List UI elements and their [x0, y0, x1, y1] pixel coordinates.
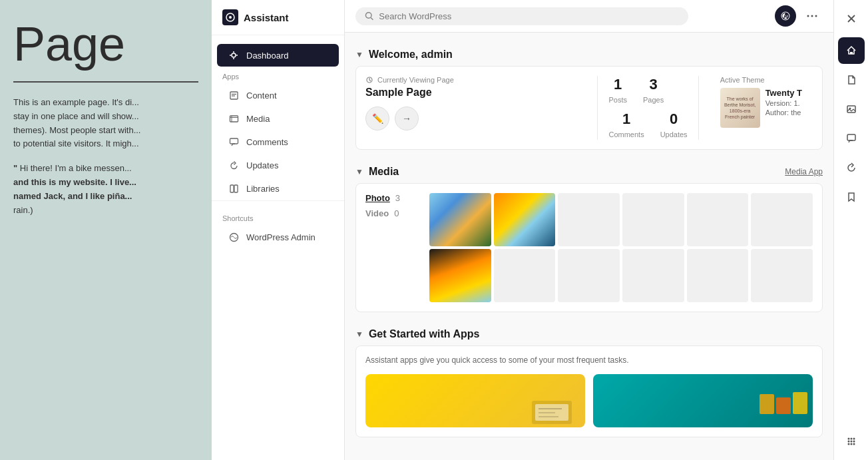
- media-cell-10[interactable]: [622, 249, 684, 302]
- svg-rect-26: [793, 392, 807, 414]
- media-cell-3[interactable]: [558, 193, 620, 246]
- media-types: Photo 3 Video 0: [365, 193, 419, 302]
- svg-rect-32: [847, 134, 855, 140]
- sidebar-item-content[interactable]: Content: [217, 84, 339, 107]
- viewing-icon: [365, 76, 373, 84]
- apps-section-label: Apps: [212, 67, 344, 83]
- shortcuts-label: Shortcuts: [212, 209, 344, 225]
- app-illustration-1: [525, 394, 578, 427]
- close-button[interactable]: [838, 5, 865, 32]
- wp-admin-label: WordPress Admin: [246, 232, 316, 242]
- libraries-label: Libraries: [246, 184, 280, 194]
- app-card-2[interactable]: [593, 374, 813, 427]
- more-button[interactable]: [801, 5, 823, 27]
- image-icon: [846, 104, 857, 115]
- right-sidebar: [833, 0, 868, 460]
- media-cell-5[interactable]: [687, 193, 749, 246]
- assistant-logo: [222, 9, 238, 25]
- bookmark-nav-button[interactable]: [838, 184, 865, 210]
- svg-rect-10: [234, 185, 238, 192]
- apps-description: Assistant apps give you quick access to …: [365, 355, 813, 365]
- edit-button[interactable]: ✏️: [365, 107, 389, 130]
- media-chevron-icon: ▼: [355, 167, 363, 176]
- viewing-label: Currently Viewing Page: [377, 76, 454, 84]
- svg-point-40: [850, 443, 852, 445]
- view-button[interactable]: →: [395, 107, 419, 130]
- sidebar-item-media[interactable]: Media: [217, 107, 339, 130]
- refresh-nav-button[interactable]: [838, 154, 865, 181]
- app-card-1[interactable]: [365, 374, 585, 427]
- svg-point-1: [229, 16, 232, 19]
- welcome-viewing: Currently Viewing Page: [365, 76, 586, 84]
- media-cell-9[interactable]: [558, 249, 620, 302]
- video-label[interactable]: Video: [365, 208, 389, 218]
- sidebar-item-dashboard[interactable]: Dashboard: [217, 44, 339, 67]
- svg-point-41: [853, 443, 855, 445]
- svg-point-34: [850, 438, 852, 440]
- posts-count: 1: [608, 76, 627, 93]
- media-cell-1[interactable]: [429, 193, 491, 246]
- page-background: Page This is an example page. It's di...…: [0, 0, 212, 460]
- media-cell-8[interactable]: [494, 249, 556, 302]
- photo-label[interactable]: Photo: [365, 193, 390, 203]
- svg-rect-24: [760, 394, 774, 414]
- search-bar[interactable]: [355, 7, 688, 25]
- updates-icon: [228, 159, 240, 171]
- updates-label: Updates: [246, 160, 278, 170]
- media-type-video: Video 0: [365, 208, 419, 218]
- welcome-actions: ✏️ →: [365, 107, 586, 130]
- search-input[interactable]: [379, 11, 679, 21]
- file-nav-button[interactable]: [838, 67, 865, 93]
- svg-point-39: [847, 443, 849, 445]
- welcome-chevron-icon: ▼: [355, 50, 363, 59]
- sidebar-item-comments[interactable]: Comments: [217, 130, 339, 153]
- media-label: Media: [246, 114, 270, 124]
- svg-point-36: [847, 441, 849, 443]
- media-cell-7[interactable]: [429, 249, 491, 302]
- active-theme: Active Theme The works of Berthe Morisot…: [710, 76, 813, 140]
- updates-label: Updates: [660, 130, 688, 138]
- media-section: ▼ Media Media App Photo 3 Video 0: [355, 160, 823, 312]
- grid-nav-button[interactable]: [838, 428, 865, 455]
- comments-label: Comments: [608, 130, 644, 138]
- welcome-page-title: Sample Page: [365, 87, 586, 99]
- media-section-header[interactable]: ▼ Media: [355, 166, 399, 178]
- page-bg-text: This is an example page. It's di...stay …: [13, 96, 198, 151]
- chat-icon: [846, 133, 857, 144]
- media-app-link[interactable]: Media App: [785, 167, 823, 176]
- sidebar-item-wp-admin[interactable]: WordPress Admin: [217, 226, 339, 248]
- more-icon: [807, 15, 817, 17]
- sidebar-item-libraries[interactable]: Libraries: [217, 177, 339, 200]
- sidebar: Assistant Dashboard Apps: [212, 0, 345, 460]
- sidebar-item-updates[interactable]: Updates: [217, 154, 339, 176]
- media-title: Media: [369, 166, 399, 178]
- media-cell-6[interactable]: [751, 193, 813, 246]
- pages-label: Pages: [643, 96, 664, 104]
- welcome-section-header[interactable]: ▼ Welcome, admin: [355, 43, 823, 66]
- app-illustration-2: [756, 391, 809, 427]
- wp-logo-button[interactable]: [775, 5, 796, 27]
- media-cell-2[interactable]: [494, 193, 556, 246]
- theme-info: Twenty T Version: 1. Author: the: [765, 88, 802, 116]
- top-bar-actions: [775, 5, 823, 27]
- media-cell-12[interactable]: [751, 249, 813, 302]
- welcome-card: Currently Viewing Page Sample Page ✏️ → …: [355, 66, 823, 150]
- chat-nav-button[interactable]: [838, 125, 865, 152]
- apps-card: Assistant apps give you quick access to …: [355, 345, 823, 437]
- media-icon: [228, 113, 240, 124]
- media-cell-11[interactable]: [687, 249, 749, 302]
- svg-rect-25: [776, 397, 791, 414]
- apps-section-header[interactable]: ▼ Get Started with Apps: [355, 323, 823, 345]
- apps-grid: [365, 374, 813, 427]
- media-card: Photo 3 Video 0: [355, 183, 823, 312]
- apps-chevron-icon: ▼: [355, 330, 363, 339]
- close-icon: [847, 14, 856, 23]
- image-nav-button[interactable]: [838, 96, 865, 122]
- grid-icon: [846, 436, 857, 447]
- home-nav-button[interactable]: [838, 37, 865, 64]
- sidebar-nav: Dashboard Apps Content: [212, 35, 344, 460]
- comments-count: 1: [608, 111, 644, 128]
- svg-point-2: [232, 53, 236, 57]
- media-cell-4[interactable]: [622, 193, 684, 246]
- dashboard-content: ▼ Welcome, admin Currently Viewing Page …: [345, 33, 833, 459]
